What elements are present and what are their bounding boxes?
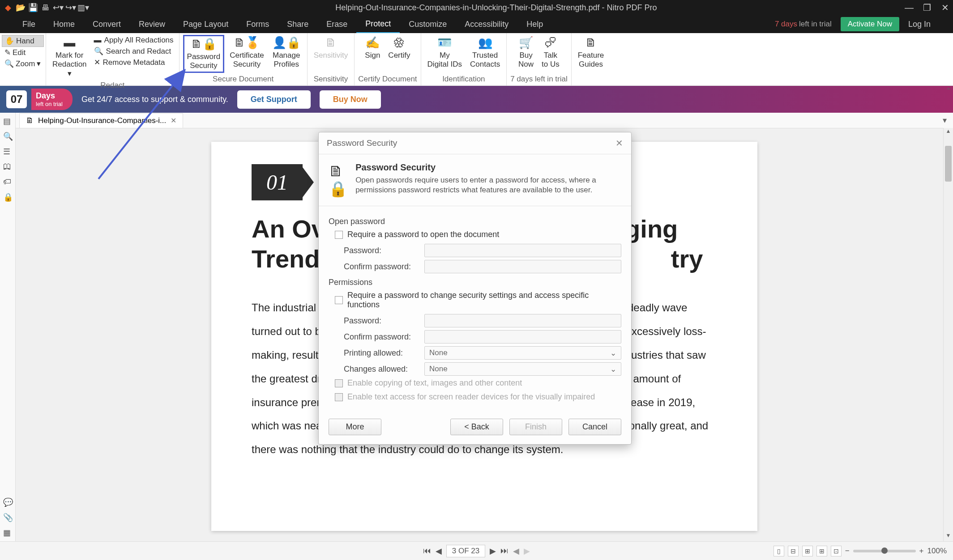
sensitivity-button[interactable]: 🗎 Sensitivity bbox=[311, 35, 351, 70]
close-window-button[interactable]: ✕ bbox=[940, 3, 949, 12]
password-security-button[interactable]: 🗎🔒 PasswordSecurity bbox=[183, 35, 225, 73]
changes-allowed-select[interactable]: None⌄ bbox=[424, 362, 621, 376]
pages-panel-icon[interactable]: ▤ bbox=[3, 116, 12, 125]
view-continuous-button[interactable]: ⊟ bbox=[788, 546, 799, 556]
ribbon-group-guides: 🗎 FeatureGuides bbox=[572, 33, 611, 85]
open-icon[interactable]: 📂 bbox=[16, 3, 25, 12]
open-confirm-input[interactable] bbox=[424, 260, 621, 273]
search-panel-icon[interactable]: 🔍 bbox=[3, 132, 12, 140]
hand-tool[interactable]: ✋Hand bbox=[2, 35, 44, 47]
my-digital-ids-button[interactable]: 🪪 MyDigital IDs bbox=[425, 35, 465, 70]
tags-panel-icon[interactable]: 🏷 bbox=[3, 177, 12, 186]
more-button[interactable]: More bbox=[329, 419, 381, 435]
finish-button[interactable]: Finish bbox=[509, 419, 562, 435]
menu-share[interactable]: Share bbox=[278, 16, 317, 33]
layers-panel-icon[interactable]: ☰ bbox=[3, 147, 12, 156]
page-icon[interactable]: ▥▾ bbox=[79, 3, 88, 12]
view-facing-button[interactable]: ⊞ bbox=[802, 546, 813, 556]
scroll-thumb[interactable] bbox=[945, 146, 952, 182]
close-tab-button[interactable]: ✕ bbox=[171, 116, 176, 125]
sign-button[interactable]: ✍ Sign bbox=[362, 35, 383, 70]
menu-protect[interactable]: Protect bbox=[356, 16, 400, 33]
talk-to-us-button[interactable]: 🗪 Talkto Us bbox=[539, 35, 562, 70]
activate-now-button[interactable]: Activate Now bbox=[841, 17, 899, 31]
next-page-button[interactable]: ▶ bbox=[490, 546, 496, 556]
page-indicator[interactable]: 3 OF 23 bbox=[446, 545, 485, 557]
tab-dropdown-caret[interactable]: ▾ bbox=[943, 115, 947, 125]
last-page-button[interactable]: ⏭ bbox=[500, 546, 509, 556]
menu-home[interactable]: Home bbox=[44, 16, 84, 33]
menu-erase[interactable]: Erase bbox=[317, 16, 356, 33]
menu-accessibility[interactable]: Accessibility bbox=[456, 16, 517, 33]
view-single-button[interactable]: ▯ bbox=[774, 546, 784, 556]
trusted-contacts-button[interactable]: 👥 TrustedContacts bbox=[467, 35, 503, 70]
nav-back-button[interactable]: ◀ bbox=[513, 546, 519, 556]
security-panel-icon[interactable]: 🔒 bbox=[3, 192, 12, 201]
permissions-checkbox[interactable] bbox=[335, 296, 343, 304]
print-icon[interactable]: 🖶 bbox=[41, 3, 50, 12]
perm-confirm-input[interactable] bbox=[424, 330, 621, 344]
buy-now-button[interactable]: Buy Now bbox=[320, 90, 381, 109]
zoom-slider-thumb[interactable] bbox=[881, 547, 888, 554]
zoom-slider[interactable] bbox=[853, 550, 916, 552]
menu-customize[interactable]: Customize bbox=[400, 16, 456, 33]
minimize-button[interactable]: ― bbox=[905, 3, 914, 12]
open-password-section: Open password bbox=[329, 217, 621, 226]
apply-all-redactions[interactable]: ▬Apply All Redactions bbox=[92, 35, 175, 46]
certify-button[interactable]: 🏵 Certify bbox=[385, 35, 413, 70]
document-tab[interactable]: 🗎 Helping-Out-Insurance-Companies-i... ✕ bbox=[19, 113, 183, 128]
cancel-button[interactable]: Cancel bbox=[568, 419, 621, 435]
manage-profiles-button[interactable]: 👤🔒 ManageProfiles bbox=[269, 35, 303, 73]
login-button[interactable]: Log In bbox=[899, 16, 940, 33]
search-and-redact[interactable]: 🔍Search and Redact bbox=[92, 46, 175, 57]
redo-icon[interactable]: ↪▾ bbox=[66, 3, 75, 12]
output-panel-icon[interactable]: ▦ bbox=[3, 528, 12, 537]
back-button[interactable]: < Back bbox=[450, 419, 503, 435]
open-password-checkbox[interactable] bbox=[335, 231, 343, 239]
remove-metadata[interactable]: ✕Remove Metadata bbox=[92, 57, 175, 68]
menu-file[interactable]: File bbox=[13, 16, 44, 33]
nav-forward-button[interactable]: ▶ bbox=[524, 546, 530, 556]
zoom-value[interactable]: 100% bbox=[927, 547, 947, 556]
zoom-out-button[interactable]: − bbox=[845, 547, 850, 556]
collapse-ribbon-caret[interactable]: ⌃ bbox=[946, 87, 951, 94]
trial-days-pill: Days left on trial bbox=[31, 89, 73, 110]
save-icon[interactable]: 💾 bbox=[29, 3, 38, 12]
maximize-button[interactable]: ❐ bbox=[923, 3, 932, 12]
edit-tool[interactable]: ✎Edit bbox=[2, 47, 44, 58]
feature-guides-button[interactable]: 🗎 FeatureGuides bbox=[575, 35, 607, 70]
mark-for-redaction-button[interactable]: ▬ Mark forRedaction ▾ bbox=[50, 35, 90, 79]
profiles-icon: 👤🔒 bbox=[272, 36, 301, 50]
prev-page-button[interactable]: ◀ bbox=[436, 546, 442, 556]
perm-password-input[interactable] bbox=[424, 314, 621, 327]
menu-review[interactable]: Review bbox=[130, 16, 174, 33]
bookmarks-panel-icon[interactable]: 🕮 bbox=[3, 162, 12, 171]
get-support-button[interactable]: Get Support bbox=[237, 90, 311, 109]
comments-panel-icon[interactable]: 💬 bbox=[3, 497, 12, 506]
ribbon-group-identification: 🪪 MyDigital IDs 👥 TrustedContacts Identi… bbox=[421, 33, 507, 85]
open-password-input[interactable] bbox=[424, 244, 621, 257]
dialog-close-button[interactable]: ✕ bbox=[615, 138, 623, 148]
permissions-label: Require a password to change security se… bbox=[347, 291, 621, 310]
undo-icon[interactable]: ↩▾ bbox=[54, 3, 63, 12]
printing-allowed-select[interactable]: None⌄ bbox=[424, 346, 621, 360]
menu-forms[interactable]: Forms bbox=[237, 16, 278, 33]
zoom-in-button[interactable]: + bbox=[919, 547, 924, 556]
first-page-button[interactable]: ⏮ bbox=[423, 546, 431, 556]
vertical-scrollbar[interactable]: ▲ ▼ bbox=[943, 128, 953, 541]
scroll-up-arrow[interactable]: ▲ bbox=[944, 128, 953, 137]
ribbon-group-redact: ▬ Mark forRedaction ▾ ▬Apply All Redacti… bbox=[46, 33, 179, 85]
chevron-down-icon: ⌄ bbox=[610, 365, 616, 374]
attachments-panel-icon[interactable]: 📎 bbox=[3, 513, 12, 522]
buy-now-ribbon-button[interactable]: 🛒 BuyNow bbox=[516, 35, 536, 70]
menu-page-layout[interactable]: Page Layout bbox=[174, 16, 237, 33]
permissions-checkbox-row[interactable]: Require a password to change security se… bbox=[335, 291, 621, 310]
view-facing-cont-button[interactable]: ⊞ bbox=[816, 546, 827, 556]
view-fit-button[interactable]: ⊡ bbox=[831, 546, 842, 556]
menu-convert[interactable]: Convert bbox=[84, 16, 130, 33]
open-password-checkbox-row[interactable]: Require a password to open the document bbox=[335, 230, 621, 239]
certificate-security-button[interactable]: 🗎🏅 CertificateSecurity bbox=[227, 35, 267, 73]
menu-help[interactable]: Help bbox=[517, 16, 552, 33]
scroll-down-arrow[interactable]: ▼ bbox=[944, 532, 953, 541]
zoom-tool[interactable]: 🔍Zoom ▾ bbox=[2, 58, 44, 69]
